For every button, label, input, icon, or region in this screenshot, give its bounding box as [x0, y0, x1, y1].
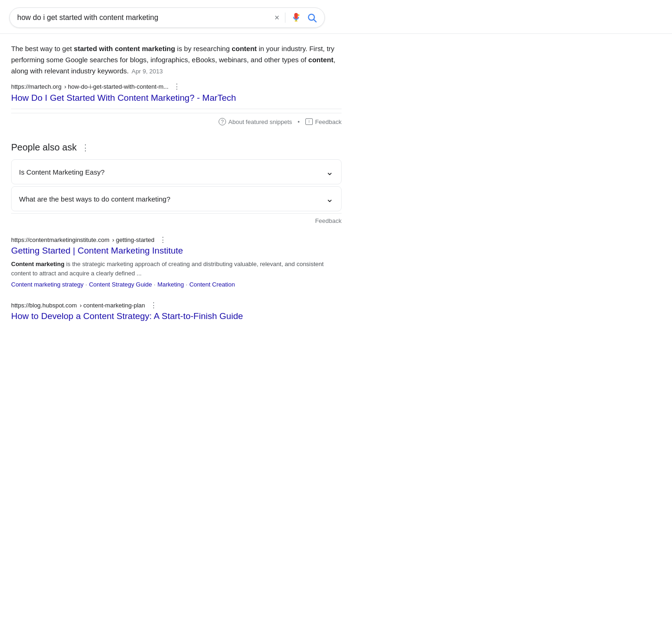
- snippet-title-link[interactable]: How Do I Get Started With Content Market…: [11, 93, 342, 103]
- snippet-source-row: https://martech.org › how-do-i-get-start…: [11, 82, 342, 91]
- mic-icon[interactable]: [291, 13, 301, 23]
- feedback-icon: !: [305, 118, 313, 125]
- svg-point-2: [298, 14, 300, 16]
- result-1-sitelinks: Content marketing strategy · Content Str…: [11, 281, 342, 288]
- people-also-ask-section: People also ask ⋮ Is Content Marketing E…: [11, 142, 342, 224]
- feedback-label: Feedback: [315, 118, 342, 125]
- result-1-title-link[interactable]: Getting Started | Content Marketing Inst…: [11, 245, 342, 257]
- search-icons: ×: [274, 13, 317, 23]
- paa-question-1: Is Content Marketing Easy?: [19, 168, 104, 176]
- result-1-three-dot-icon[interactable]: ⋮: [159, 235, 167, 244]
- snippet-bold-3: content: [308, 56, 333, 64]
- paa-feedback-button[interactable]: Feedback: [315, 217, 342, 224]
- paa-feedback-row: Feedback: [11, 213, 342, 224]
- vertical-divider: [285, 13, 285, 23]
- search-icon[interactable]: [307, 13, 317, 23]
- search-input[interactable]: how do i get started with content market…: [17, 13, 270, 22]
- search-bar-container: how do i get started with content market…: [0, 0, 672, 34]
- paa-chevron-2: ⌄: [326, 193, 334, 204]
- result-1-snippet: Content marketing is the strategic marke…: [11, 260, 342, 278]
- result-2-url-path: › content-marketing-plan: [80, 302, 145, 309]
- about-snippets-button[interactable]: ? About featured snippets: [219, 118, 292, 125]
- result-1-snippet-bold: Content marketing: [11, 261, 65, 267]
- svg-line-4: [314, 20, 316, 22]
- sitelink-content-creation[interactable]: Content Creation: [189, 281, 235, 288]
- sitelink-content-strategy-guide[interactable]: Content Strategy Guide: [89, 281, 152, 288]
- sitelink-content-marketing-strategy[interactable]: Content marketing strategy: [11, 281, 84, 288]
- snippet-footer: ? About featured snippets • ! Feedback: [11, 113, 342, 125]
- paa-item-1[interactable]: Is Content Marketing Easy? ⌄: [11, 159, 342, 184]
- featured-snippet: The best way to get started with content…: [11, 43, 342, 133]
- result-2-three-dot-icon[interactable]: ⋮: [150, 301, 157, 310]
- feedback-button[interactable]: ! Feedback: [305, 118, 342, 125]
- results-container: The best way to get started with content…: [0, 34, 353, 345]
- sitelink-sep-2: ·: [154, 281, 156, 288]
- result-2-url: https://blog.hubspot.com: [11, 302, 77, 309]
- sitelink-sep-3: ·: [186, 281, 187, 288]
- paa-question-2: What are the best ways to do content mar…: [19, 195, 170, 203]
- result-item-2: https://blog.hubspot.com › content-marke…: [11, 301, 342, 322]
- clear-icon[interactable]: ×: [274, 13, 279, 23]
- result-item-1: https://contentmarketinginstitute.com › …: [11, 235, 342, 288]
- snippet-text: The best way to get started with content…: [11, 43, 342, 77]
- sitelink-marketing[interactable]: Marketing: [157, 281, 184, 288]
- snippet-bold-2: content: [232, 45, 257, 52]
- paa-three-dot-icon[interactable]: ⋮: [81, 143, 90, 153]
- sitelink-sep-1: ·: [85, 281, 87, 288]
- footer-dot-separator: •: [297, 118, 300, 125]
- search-bar: how do i get started with content market…: [9, 7, 325, 28]
- snippet-url-path: › how-do-i-get-started-with-content-m...: [64, 83, 168, 90]
- paa-chevron-1: ⌄: [326, 166, 334, 177]
- result-2-url-row: https://blog.hubspot.com › content-marke…: [11, 301, 342, 310]
- snippet-date: Apr 9, 2013: [131, 68, 162, 75]
- result-1-url-row: https://contentmarketinginstitute.com › …: [11, 235, 342, 244]
- result-1-url: https://contentmarketinginstitute.com: [11, 236, 110, 243]
- snippet-three-dot-icon[interactable]: ⋮: [173, 82, 181, 91]
- paa-item-2[interactable]: What are the best ways to do content mar…: [11, 186, 342, 211]
- result-1-url-path: › getting-started: [112, 236, 155, 243]
- paa-title: People also ask: [11, 142, 77, 153]
- question-icon: ?: [219, 118, 226, 125]
- snippet-separator: [11, 109, 342, 109]
- about-snippets-label: About featured snippets: [228, 118, 292, 125]
- snippet-bold-1: started with content marketing: [74, 45, 175, 52]
- result-2-title-link[interactable]: How to Develop a Content Strategy: A Sta…: [11, 311, 342, 322]
- snippet-url: https://martech.org: [11, 83, 61, 90]
- paa-header: People also ask ⋮: [11, 142, 342, 153]
